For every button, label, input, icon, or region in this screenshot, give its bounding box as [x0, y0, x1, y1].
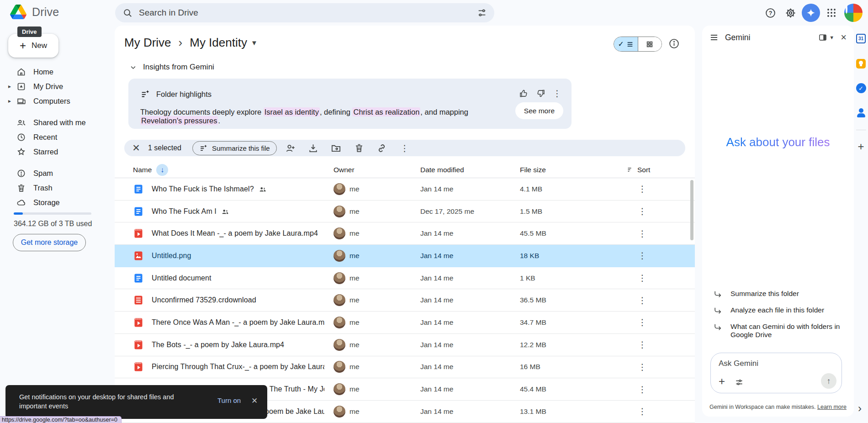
- trash-icon: [16, 183, 26, 193]
- gemini-prompt-input[interactable]: [719, 359, 824, 368]
- account-avatar[interactable]: [844, 4, 863, 22]
- search-options-icon[interactable]: [477, 8, 487, 18]
- help-icon[interactable]: ?: [760, 3, 780, 23]
- summarize-file-button[interactable]: Summarize this file: [192, 141, 277, 155]
- header-date-modified[interactable]: Date modified: [420, 166, 520, 174]
- top-bar: Drive ?: [0, 0, 868, 26]
- thumbs-down-icon[interactable]: [536, 89, 545, 98]
- header-name[interactable]: Name: [133, 166, 152, 174]
- breadcrumb-parent[interactable]: My Drive: [124, 36, 171, 50]
- insights-section-header[interactable]: Insights from Gemini: [130, 63, 214, 72]
- insights-more-menu-icon[interactable]: ⋮: [553, 88, 561, 99]
- table-row[interactable]: The Bots -_- a poem by Jake Laura.mp4meJ…: [115, 334, 695, 356]
- move-to-folder-icon[interactable]: [327, 141, 345, 155]
- see-more-button[interactable]: See more: [515, 102, 563, 119]
- thumbs-up-icon[interactable]: [519, 89, 529, 98]
- header-owner[interactable]: Owner: [324, 166, 420, 174]
- row-more-menu-icon[interactable]: ⋮: [626, 184, 658, 194]
- grid-view-button[interactable]: [638, 37, 662, 51]
- attach-plus-icon[interactable]: +: [719, 376, 725, 387]
- row-more-menu-icon[interactable]: ⋮: [626, 406, 658, 417]
- table-row[interactable]: Untitled documentmeJan 14 me1 KB⋮: [115, 267, 695, 290]
- date-modified: Jan 14 me: [420, 341, 520, 349]
- image-file-icon: [133, 250, 144, 261]
- learn-more-link[interactable]: Learn more: [817, 404, 847, 410]
- table-row[interactable]: What Does It Mean -_- a poem by Jake Lau…: [115, 222, 695, 245]
- keep-icon[interactable]: [856, 59, 866, 69]
- breadcrumb-current[interactable]: My Identity ▼: [190, 36, 258, 50]
- sidebar-item-storage[interactable]: Storage: [0, 195, 115, 210]
- gemini-input-box[interactable]: + ↑: [710, 353, 842, 393]
- details-info-icon[interactable]: [668, 38, 680, 49]
- toolbar-more-menu-icon[interactable]: ⋮: [396, 141, 414, 155]
- contacts-icon[interactable]: [856, 108, 866, 118]
- panel-layout-icon[interactable]: ▼: [818, 33, 834, 42]
- row-more-menu-icon[interactable]: ⋮: [626, 206, 658, 217]
- table-row[interactable]: Untitled.pngmeJan 14 me18 KB⋮: [115, 245, 695, 267]
- sidebar-item-trash[interactable]: Trash: [0, 180, 115, 195]
- turn-on-button[interactable]: Turn on: [217, 397, 241, 404]
- sidebar-item-computers[interactable]: ▸Computers: [0, 94, 115, 108]
- row-more-menu-icon[interactable]: ⋮: [626, 317, 658, 328]
- header-file-size[interactable]: File size: [520, 166, 626, 174]
- sidebar-item-starred[interactable]: Starred: [0, 144, 115, 159]
- sort-direction-icon[interactable]: ↓: [156, 164, 168, 176]
- expand-caret-icon[interactable]: ▸: [8, 98, 11, 104]
- search-input[interactable]: [139, 8, 471, 18]
- sort-button[interactable]: Sort: [626, 166, 658, 174]
- close-panel-icon[interactable]: ×: [841, 32, 847, 43]
- copy-link-icon[interactable]: [373, 141, 391, 155]
- tasks-icon[interactable]: ✓: [856, 83, 866, 93]
- view-toggle: ✓: [614, 37, 662, 52]
- gemini-suggestion[interactable]: Summarize this folder: [713, 290, 846, 299]
- send-prompt-icon[interactable]: ↑: [821, 373, 836, 389]
- row-more-menu-icon[interactable]: ⋮: [626, 295, 658, 306]
- search-bar[interactable]: [115, 3, 494, 22]
- apps-grid-icon[interactable]: [821, 3, 842, 23]
- new-button[interactable]: + New: [8, 34, 58, 58]
- sidebar-item-home[interactable]: Home: [0, 64, 115, 79]
- table-row[interactable]: There Once Was A Man -_- a poem by Jake …: [115, 312, 695, 334]
- row-more-menu-icon[interactable]: ⋮: [626, 273, 658, 283]
- clear-selection-icon[interactable]: ✕: [129, 141, 143, 155]
- row-more-menu-icon[interactable]: ⋮: [626, 339, 658, 350]
- calendar-icon[interactable]: 31: [856, 34, 866, 43]
- sidebar-item-recent[interactable]: Recent: [0, 130, 115, 144]
- share-person-add-icon[interactable]: [281, 141, 300, 155]
- highlighted-phrase: Christ as realization: [352, 107, 420, 116]
- expand-chevron-icon[interactable]: ›: [858, 402, 862, 415]
- settings-gear-icon[interactable]: [780, 3, 800, 23]
- gemini-icon[interactable]: [802, 4, 820, 22]
- scrollbar-thumb[interactable]: [690, 180, 693, 240]
- row-more-menu-icon[interactable]: ⋮: [626, 250, 658, 261]
- drive-logo[interactable]: Drive: [10, 5, 59, 19]
- gemini-suggestions: Summarize this folderAnalyze each file i…: [713, 290, 846, 346]
- row-more-menu-icon[interactable]: ⋮: [626, 228, 658, 239]
- gemini-suggestion[interactable]: Analyze each file in this folder: [713, 306, 846, 315]
- owner-avatar: [333, 294, 345, 306]
- download-icon[interactable]: [304, 141, 323, 155]
- trash-icon[interactable]: [350, 141, 368, 155]
- table-row[interactable]: Piercing Through That Crux-_- a poem by …: [115, 356, 695, 379]
- row-more-menu-icon[interactable]: ⋮: [626, 384, 658, 395]
- summary-text: , defining: [320, 108, 353, 116]
- row-more-menu-icon[interactable]: ⋮: [626, 362, 658, 372]
- expand-caret-icon[interactable]: ▸: [8, 83, 11, 90]
- prompt-options-icon[interactable]: [735, 378, 744, 387]
- date-modified: Jan 14 me: [420, 229, 520, 238]
- add-app-icon[interactable]: +: [857, 141, 864, 152]
- owner-name: me: [349, 296, 360, 304]
- sidebar-item-spam[interactable]: Spam: [0, 166, 115, 180]
- gemini-suggestion[interactable]: What can Gemini do with folders in Googl…: [713, 323, 846, 339]
- panel-menu-icon[interactable]: [709, 33, 719, 42]
- insights-summary-text: Theology documents deeply explore Israel…: [140, 108, 501, 125]
- owner-name: me: [349, 363, 360, 371]
- table-row[interactable]: Unconfirmed 73529.crdownloadmeJan 14 me3…: [115, 289, 695, 312]
- toast-close-icon[interactable]: ✕: [251, 396, 258, 406]
- sidebar-item-shared-with-me[interactable]: Shared with me: [0, 115, 115, 130]
- table-row[interactable]: Who The Fuck is The Ishmael?meJan 14 me4…: [115, 178, 695, 201]
- sidebar-item-my-drive[interactable]: ▸My Drive: [0, 79, 115, 94]
- list-view-button[interactable]: ✓: [614, 37, 638, 51]
- table-row[interactable]: Who The Fuck Am ImeDec 17, 2025 me1.5 MB…: [115, 201, 695, 223]
- get-more-storage-button[interactable]: Get more storage: [13, 234, 86, 251]
